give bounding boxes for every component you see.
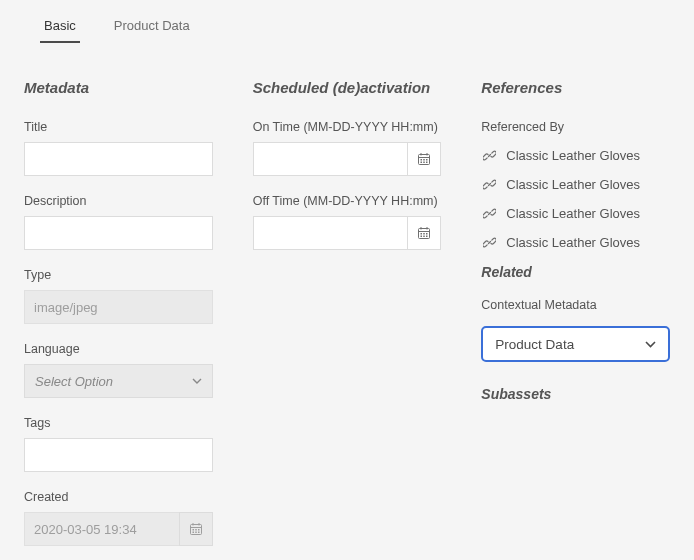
link-icon <box>483 236 496 249</box>
contextual-metadata-label: Contextual Metadata <box>481 298 670 312</box>
svg-rect-25 <box>424 233 426 235</box>
scheduled-column: Scheduled (de)activation On Time (MM-DD-… <box>253 79 442 560</box>
reference-link-label: Classic Leather Gloves <box>506 235 640 250</box>
created-input <box>24 512 179 546</box>
references-heading: References <box>481 79 670 96</box>
calendar-icon <box>189 522 203 536</box>
tags-label: Tags <box>24 416 213 430</box>
link-icon <box>483 207 496 220</box>
svg-rect-27 <box>421 236 423 238</box>
reference-link-label: Classic Leather Gloves <box>506 177 640 192</box>
contextual-metadata-value: Product Data <box>495 337 574 352</box>
chevron-down-icon <box>192 378 202 384</box>
svg-rect-6 <box>198 529 200 531</box>
calendar-icon <box>417 226 431 240</box>
reference-link[interactable]: Classic Leather Gloves <box>481 235 670 250</box>
referenced-by-label: Referenced By <box>481 120 670 134</box>
off-time-calendar-button[interactable] <box>407 216 441 250</box>
svg-rect-26 <box>426 233 428 235</box>
language-select-value: Select Option <box>35 374 113 389</box>
tab-bar: Basic Product Data <box>0 0 694 43</box>
svg-rect-5 <box>195 529 197 531</box>
scheduled-heading: Scheduled (de)activation <box>253 79 442 96</box>
svg-rect-15 <box>424 159 426 161</box>
tags-input[interactable] <box>24 438 213 472</box>
created-label: Created <box>24 490 213 504</box>
svg-rect-24 <box>421 233 423 235</box>
off-time-label: Off Time (MM-DD-YYYY HH:mm) <box>253 194 442 208</box>
svg-rect-19 <box>426 162 428 164</box>
off-time-input[interactable] <box>253 216 408 250</box>
reference-link[interactable]: Classic Leather Gloves <box>481 148 670 163</box>
description-label: Description <box>24 194 213 208</box>
calendar-icon <box>417 152 431 166</box>
svg-rect-8 <box>195 532 197 534</box>
link-icon <box>483 149 496 162</box>
contextual-metadata-select[interactable]: Product Data <box>481 326 670 362</box>
language-label: Language <box>24 342 213 356</box>
reference-link-label: Classic Leather Gloves <box>506 206 640 221</box>
svg-rect-17 <box>421 162 423 164</box>
svg-rect-9 <box>198 532 200 534</box>
on-time-calendar-button[interactable] <box>407 142 441 176</box>
tab-basic[interactable]: Basic <box>40 10 80 43</box>
svg-rect-4 <box>192 529 194 531</box>
title-label: Title <box>24 120 213 134</box>
references-column: References Referenced By Classic Leather… <box>481 79 670 560</box>
chevron-down-icon <box>645 341 656 348</box>
related-heading: Related <box>481 264 670 280</box>
svg-rect-16 <box>426 159 428 161</box>
svg-rect-18 <box>424 162 426 164</box>
type-input <box>24 290 213 324</box>
reference-link-label: Classic Leather Gloves <box>506 148 640 163</box>
tab-product-data[interactable]: Product Data <box>110 10 194 43</box>
on-time-input[interactable] <box>253 142 408 176</box>
svg-rect-29 <box>426 236 428 238</box>
svg-rect-28 <box>424 236 426 238</box>
description-input[interactable] <box>24 216 213 250</box>
reference-link[interactable]: Classic Leather Gloves <box>481 206 670 221</box>
link-icon <box>483 178 496 191</box>
language-select[interactable]: Select Option <box>24 364 213 398</box>
reference-link[interactable]: Classic Leather Gloves <box>481 177 670 192</box>
created-calendar-button <box>179 512 213 546</box>
svg-rect-7 <box>192 532 194 534</box>
type-label: Type <box>24 268 213 282</box>
metadata-column: Metadata Title Description Type Language… <box>24 79 213 560</box>
svg-rect-14 <box>421 159 423 161</box>
title-input[interactable] <box>24 142 213 176</box>
subassets-heading: Subassets <box>481 386 670 402</box>
metadata-heading: Metadata <box>24 79 213 96</box>
on-time-label: On Time (MM-DD-YYYY HH:mm) <box>253 120 442 134</box>
